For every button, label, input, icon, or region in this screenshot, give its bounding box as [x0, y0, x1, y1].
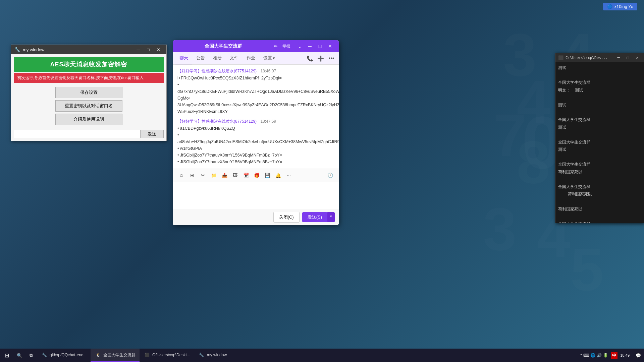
qq-input-area: [173, 182, 339, 209]
folder-icon[interactable]: 📁: [209, 171, 218, 180]
send-dropdown-button[interactable]: ▾: [327, 212, 335, 222]
send-message-button[interactable]: 发送(S): [302, 212, 327, 222]
gitbxp-app-label: gitbxp/QQchat-enc...: [50, 353, 87, 357]
qq-report-button[interactable]: 举报: [280, 43, 292, 50]
terminal-line: 荷利国家死以: [558, 169, 641, 175]
chat-sender: 【好好学习】性感潮汐在线喷水(877514129) 18:46:07: [177, 68, 334, 74]
tab-settings[interactable]: 设置 ▾: [259, 52, 279, 64]
calendar-icon[interactable]: 📅: [241, 171, 251, 180]
message-input[interactable]: [14, 130, 140, 138]
terminal-maximize-button[interactable]: □: [624, 54, 632, 61]
sender-time: 18:47:59: [260, 119, 276, 124]
more-toolbar-icon[interactable]: ···: [284, 171, 293, 180]
send-file-icon[interactable]: 📤: [220, 171, 229, 180]
reset-key-button[interactable]: 重置密钥以及对话窗口名: [55, 100, 122, 112]
terminal-minimize-button[interactable]: ─: [615, 54, 622, 61]
taskbar-clock[interactable]: 18:49: [618, 353, 632, 358]
more-icon[interactable]: •••: [327, 54, 336, 63]
top-widget-icon: 🔵: [607, 4, 612, 9]
terminal-line: [558, 214, 641, 220]
scissors-icon[interactable]: ✂: [198, 171, 208, 180]
tab-announcement[interactable]: 公告: [192, 52, 209, 64]
terminal-line: 全国大学生交流群: [558, 184, 641, 190]
phone-icon[interactable]: 📞: [305, 54, 315, 63]
taskbar-app-qqgroup[interactable]: 🐧 全国大学生交流群: [91, 349, 140, 362]
terminal-line: 全国大学生交流群: [558, 221, 641, 223]
add-icon[interactable]: ➕: [316, 54, 325, 63]
tab-files[interactable]: 文件: [226, 52, 243, 64]
bell-icon[interactable]: 🔔: [273, 171, 283, 180]
terminal-line: 测试: [558, 146, 641, 153]
tray-up-arrow[interactable]: ^: [580, 353, 582, 358]
chat-message: 【好好学习】性感潮汐在线喷水(877514129) 18:47:59 • a1C…: [177, 118, 334, 165]
history-icon[interactable]: 🕐: [325, 171, 335, 180]
save-icon[interactable]: 💾: [263, 171, 272, 180]
qqgroup-app-label: 全国大学生交流群: [103, 352, 136, 358]
tab-album[interactable]: 相册: [209, 52, 226, 64]
terminal-line: 测试: [558, 102, 641, 108]
qq-maximize-button[interactable]: □: [315, 42, 325, 51]
taskbar-app-mywindow[interactable]: 🔧 my window: [194, 349, 231, 362]
terminal-line: [558, 154, 641, 160]
qq-tabs: 聊天 公告 相册 文件 作业 设置 ▾ 📞 ➕ •••: [173, 52, 339, 65]
terminal-body: 测试 全国大学生交流群 明文： 测试 测试 全国大学生交流群 测试 全国大学生交…: [555, 62, 644, 223]
intro-button[interactable]: 介绍及使用说明: [55, 114, 122, 125]
terminal-line: [558, 72, 641, 78]
taskbar-sys-tray: ^ ⌨ 🌐 🔊 🔋: [578, 353, 611, 358]
notification-button[interactable]: 💬: [632, 349, 644, 362]
qq-chat-area[interactable]: 【好好学习】性感潮汐在线喷水(877514129) 18:46:07 l+FRt…: [173, 65, 339, 169]
terminal-line: [558, 95, 641, 101]
start-button[interactable]: ⊞: [0, 349, 13, 362]
qq-edit-icon[interactable]: ✏: [274, 44, 278, 49]
terminal-line: 测试: [558, 65, 641, 71]
close-button[interactable]: ✕: [154, 46, 163, 53]
qq-title: 全国大学生交流群: [177, 43, 270, 49]
qq-input-field[interactable]: [177, 185, 335, 206]
qq-chevron-down-icon[interactable]: ⌄: [295, 42, 305, 51]
tab-chat[interactable]: 聊天: [175, 52, 192, 64]
button-row: 保存设置 重置密钥以及对话窗口名 介绍及使用说明: [14, 85, 164, 126]
qq-minimize-button[interactable]: ─: [305, 42, 315, 51]
send-button-group: 发送(S) ▾: [302, 212, 335, 222]
top-widget: 🔵 x10ing Yo: [603, 3, 637, 10]
image-icon[interactable]: 🖼: [230, 171, 240, 180]
mywindow-app-label: my window: [207, 353, 227, 357]
terminal-icon: ⬛: [558, 55, 564, 60]
gift-icon[interactable]: 🎁: [252, 171, 261, 180]
emoji-button[interactable]: ☺: [177, 171, 186, 180]
terminal-close-button[interactable]: ✕: [634, 54, 641, 61]
maximize-button[interactable]: □: [144, 46, 153, 53]
task-view-button[interactable]: ⧉: [25, 349, 37, 362]
save-settings-button[interactable]: 保存设置: [55, 87, 122, 98]
send-button[interactable]: 发送: [140, 130, 164, 138]
language-indicator[interactable]: 中: [611, 352, 618, 359]
taskbar-app-gitbxp[interactable]: 🔧 gitbxp/QQchat-enc...: [37, 349, 91, 362]
terminal-line: 全国大学生交流群: [558, 161, 641, 168]
my-window: 🔧 my window ─ □ ✕ AES聊天消息收发加密解密 初次运行,务必首…: [11, 45, 167, 141]
chat-content: • a1CBDPgzvku6uRNI/KQSZQ== • a48bVo+HZ9n…: [177, 125, 334, 165]
terminal-line: [558, 132, 641, 138]
terminal-line: 全国大学生交流群: [558, 139, 641, 145]
my-window-body: AES聊天消息收发加密解密 初次运行,务必首先设置密钥及聊天窗口名称,按下面按钮…: [11, 54, 166, 141]
terminal-line: [558, 176, 641, 183]
terminal-titlebar: ⬛ C:\Users\xxp\Des... ─ □ ✕: [555, 53, 644, 62]
terminal-line: [558, 109, 641, 116]
search-button[interactable]: 🔍: [13, 349, 25, 362]
aes-header: AES聊天消息收发加密解密: [14, 57, 164, 72]
terminal-window: ⬛ C:\Users\xxp\Des... ─ □ ✕ 测试 全国大学生交流群 …: [555, 53, 644, 223]
tab-homework[interactable]: 作业: [243, 52, 259, 64]
clock-time: 18:49: [620, 353, 630, 358]
qq-close-button[interactable]: ✕: [325, 42, 335, 51]
qq-bottom-bar: 关闭(C) 发送(S) ▾: [173, 209, 339, 225]
my-window-icon: 🔧: [14, 47, 20, 52]
close-chat-button[interactable]: 关闭(C): [273, 212, 300, 223]
settings-chevron-icon: ▾: [273, 56, 275, 61]
qq-window-controls: ⌄ ─ □ ✕: [295, 42, 335, 51]
screenshot-button[interactable]: ⊞: [187, 171, 197, 180]
sender-time: 18:46:07: [260, 69, 276, 73]
terminal-line: 测试: [558, 124, 641, 131]
terminal-title-text: C:\Users\xxp\Des...: [566, 56, 613, 60]
sender-name: 【好好学习】性感潮汐在线喷水(877514129): [177, 69, 257, 73]
minimize-button[interactable]: ─: [133, 46, 143, 53]
taskbar-app-terminal[interactable]: ⬛ C:\Users\xxp\Deskt...: [140, 349, 194, 362]
